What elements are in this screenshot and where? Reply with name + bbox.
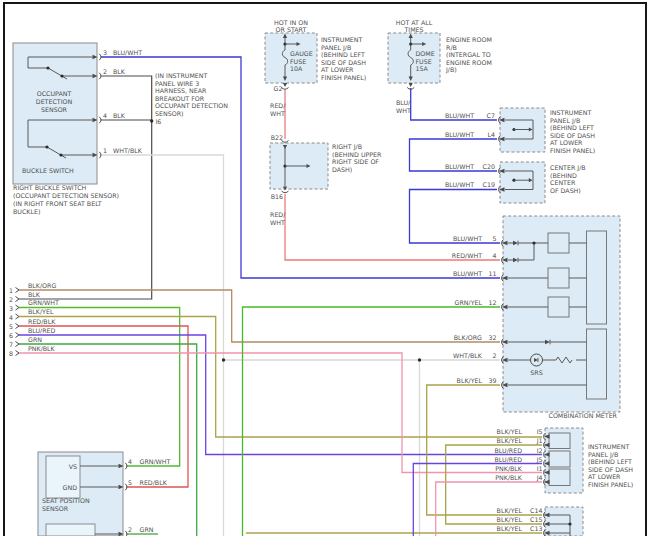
pin-b22-label: B22	[271, 134, 283, 141]
red-wht-label-4: WHT	[270, 219, 285, 226]
pin4-number: 4	[103, 112, 107, 119]
meter-pin5-wire: BLU/WHT	[453, 235, 482, 242]
pin1-number: 1	[103, 147, 107, 154]
left-edge-connectors	[16, 288, 20, 356]
seat-pin5-num: 5	[128, 479, 132, 486]
gauge-jb-label-1: INSTRUMENT	[321, 36, 363, 43]
i5-wire-label: BLK/YEL	[497, 428, 523, 435]
seat-pin2-wire: GRN	[140, 526, 154, 533]
meter-pin12-id: 12	[488, 299, 496, 306]
ipjb-top-label-4: SIDE OF DASH	[550, 132, 595, 139]
seat-caption-2: SENSOR	[42, 505, 69, 512]
splice-whtblk-dot	[222, 358, 225, 361]
meter-pin5-id: 5	[492, 235, 496, 242]
gauge-jb-label-6: FINISH PANEL)	[321, 74, 366, 81]
buckle-switch-label: BUCKLE SWITCH	[22, 167, 74, 174]
j5-pin-id: J5	[536, 456, 543, 464]
ipjb-bottom-label-5: AT LOWER	[588, 473, 621, 480]
engine-room-rb-3: (INTERGAL TO	[446, 51, 491, 58]
j1-pin-id: J1	[536, 437, 543, 445]
hot-at-all-times-2: TIMES	[403, 26, 423, 33]
j1-wire-label: BLK/YEL	[497, 437, 523, 444]
c13-pin-id: C13	[530, 525, 542, 532]
buckle-caption-2: (OCCUPANT DETECTION SENSOR)	[13, 192, 119, 199]
left-wire2-label: BLK	[28, 291, 41, 298]
c20-wire-label: BLU/WHT	[445, 163, 474, 170]
engine-room-rb-4: ENGINE ROOM	[446, 59, 492, 66]
right-jb-label-3: RIGHT SIDE OF	[332, 158, 379, 165]
left-wire6-label: BLU/RED	[28, 327, 56, 334]
blu-wht-label-2: WHT	[396, 107, 411, 114]
splice-whtblk-dot2	[418, 358, 421, 361]
seat-pin4-num: 4	[128, 458, 132, 465]
meter-pin12-wire: GRN/YEL	[455, 299, 483, 306]
splice-i6-label: I6	[156, 118, 162, 125]
red-wht-label-3: RED/	[270, 211, 286, 218]
gauge-fuse-name-1: GAUGE	[290, 50, 313, 57]
red-wht-label-2: WHT	[270, 110, 285, 117]
center-jb-box	[500, 162, 545, 203]
dome-fuse-name-2: FUSE	[416, 58, 432, 65]
dome-fuse-box	[388, 33, 440, 83]
c15-wire-label: BLK/YEL	[497, 516, 523, 523]
pin3-number: 3	[103, 49, 107, 56]
center-jb-label-4: OF DASH)	[550, 187, 581, 194]
pin4-wire-label: BLK	[113, 112, 126, 119]
left-wire3-label: GRN/WHT	[28, 299, 59, 306]
left-wire1-label: BLK/ORG	[28, 282, 56, 289]
c7-pin-id: C7	[487, 112, 495, 119]
hot-at-all-times-1: HOT AT ALL	[396, 19, 433, 26]
left-wire2-num: 2	[9, 296, 13, 303]
c7-wire-label: BLU/WHT	[445, 112, 474, 119]
pin3-wire-label: BLU/WHT	[113, 49, 142, 56]
meter-pin11-wire: BLU/WHT	[453, 270, 482, 277]
left-wire8-label: PNK/BLK	[28, 345, 56, 352]
left-wire7-num: 7	[9, 341, 13, 348]
seat-pin2-num: 2	[128, 526, 132, 533]
pin-g2-label: G2	[274, 85, 283, 92]
gauge-fuse-rating: 10A	[290, 65, 303, 72]
harness-note-4: BREAKOUT FOR	[155, 95, 205, 102]
engine-room-rb-2: R/B	[446, 44, 457, 51]
dome-fuse-name-1: DOME	[416, 50, 435, 57]
combination-meter-box	[503, 216, 620, 412]
harness-note-2: PANEL WIRE 3	[155, 80, 199, 87]
j4-pin-id: J4	[536, 474, 543, 482]
left-wire1-num: 1	[9, 287, 13, 294]
c20-pin-id: C20	[483, 163, 495, 170]
seat-caption-1: SEAT POSITION	[42, 497, 90, 504]
meter-pin4-id: 4	[492, 252, 496, 259]
meter-pin11-id: 11	[488, 270, 496, 277]
bottom-jb-box	[545, 507, 583, 536]
c14-pin-id: C14	[530, 507, 542, 514]
ipjb-top-label-3: (BEHIND LEFT	[550, 124, 594, 131]
meter-pin2-wire: WHT/BLK	[453, 352, 483, 359]
ipjb-bottom-label-4: SIDE OF DASH	[588, 466, 633, 473]
seat-pin5-wire: RED/BLK	[140, 479, 168, 486]
ipjb-bottom-label-6: FINISH PANEL)	[588, 481, 633, 488]
wiring-diagram-canvas: OCCUPANT DETECTION SENSOR BUCKLE SWITCH …	[0, 0, 650, 536]
i2-pin-id: I2	[537, 447, 543, 454]
left-wire4-num: 4	[9, 314, 13, 321]
ipjb-top-label-6: FINISH PANEL)	[550, 147, 595, 154]
right-jb-label-4: DASH)	[332, 166, 352, 173]
sensor-label-line3: SENSOR	[41, 106, 68, 113]
splice-i6-dot	[150, 119, 153, 122]
engine-room-rb-1: ENGINE ROOM	[446, 36, 492, 43]
hot-in-on-label-1: HOT IN ON	[274, 19, 308, 26]
wiring-diagram: OCCUPANT DETECTION SENSOR BUCKLE SWITCH …	[0, 0, 650, 536]
pin1-wire-label: WHT/BLK	[113, 147, 143, 154]
l4-wire-label: BLU/WHT	[445, 131, 474, 138]
gauge-jb-label-3: (BEHIND LEFT	[321, 51, 365, 58]
i1-pin-id: I1	[537, 465, 543, 472]
pin2-wire-label: BLK	[113, 68, 126, 75]
ipjb-bottom-label-3: (BEHIND LEFT	[588, 458, 632, 465]
seat-pin4-wire: GRN/WHT	[140, 458, 171, 465]
wire-blu-red-to-j5	[413, 464, 542, 536]
sensor-label-line1: OCCUPANT	[37, 90, 72, 97]
left-wire5-num: 5	[9, 323, 13, 330]
pin2-number: 2	[103, 68, 107, 75]
left-wire8-num: 8	[9, 350, 13, 357]
left-wire6-num: 6	[9, 332, 13, 339]
dome-fuse-rating: 15A	[416, 65, 429, 72]
